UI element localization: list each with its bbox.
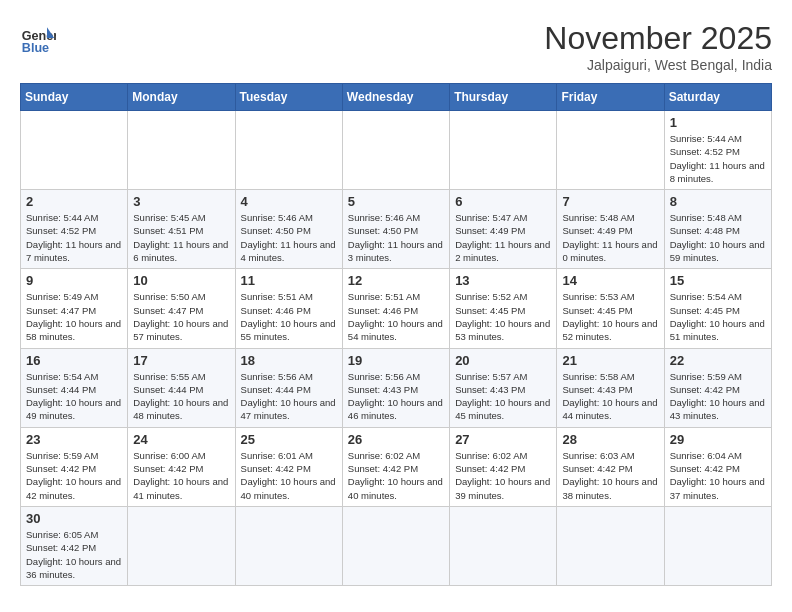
day-info: Sunrise: 5:46 AM Sunset: 4:50 PM Dayligh…	[348, 211, 444, 264]
day-number: 26	[348, 432, 444, 447]
calendar-cell: 29Sunrise: 6:04 AM Sunset: 4:42 PM Dayli…	[664, 427, 771, 506]
col-header-monday: Monday	[128, 84, 235, 111]
calendar-cell	[235, 506, 342, 585]
calendar-cell: 9Sunrise: 5:49 AM Sunset: 4:47 PM Daylig…	[21, 269, 128, 348]
calendar-cell	[21, 111, 128, 190]
calendar-cell	[450, 506, 557, 585]
calendar-cell: 11Sunrise: 5:51 AM Sunset: 4:46 PM Dayli…	[235, 269, 342, 348]
col-header-wednesday: Wednesday	[342, 84, 449, 111]
day-info: Sunrise: 5:55 AM Sunset: 4:44 PM Dayligh…	[133, 370, 229, 423]
day-info: Sunrise: 5:49 AM Sunset: 4:47 PM Dayligh…	[26, 290, 122, 343]
calendar-cell: 27Sunrise: 6:02 AM Sunset: 4:42 PM Dayli…	[450, 427, 557, 506]
day-number: 19	[348, 353, 444, 368]
calendar-cell: 7Sunrise: 5:48 AM Sunset: 4:49 PM Daylig…	[557, 190, 664, 269]
calendar-cell: 3Sunrise: 5:45 AM Sunset: 4:51 PM Daylig…	[128, 190, 235, 269]
calendar-cell: 19Sunrise: 5:56 AM Sunset: 4:43 PM Dayli…	[342, 348, 449, 427]
day-number: 9	[26, 273, 122, 288]
calendar-cell: 13Sunrise: 5:52 AM Sunset: 4:45 PM Dayli…	[450, 269, 557, 348]
day-info: Sunrise: 6:00 AM Sunset: 4:42 PM Dayligh…	[133, 449, 229, 502]
col-header-thursday: Thursday	[450, 84, 557, 111]
calendar-cell	[342, 111, 449, 190]
calendar-cell: 20Sunrise: 5:57 AM Sunset: 4:43 PM Dayli…	[450, 348, 557, 427]
calendar-cell: 18Sunrise: 5:56 AM Sunset: 4:44 PM Dayli…	[235, 348, 342, 427]
day-info: Sunrise: 5:44 AM Sunset: 4:52 PM Dayligh…	[670, 132, 766, 185]
calendar-cell: 25Sunrise: 6:01 AM Sunset: 4:42 PM Dayli…	[235, 427, 342, 506]
day-number: 24	[133, 432, 229, 447]
calendar-week-row: 30Sunrise: 6:05 AM Sunset: 4:42 PM Dayli…	[21, 506, 772, 585]
day-number: 23	[26, 432, 122, 447]
calendar-cell	[450, 111, 557, 190]
day-info: Sunrise: 5:50 AM Sunset: 4:47 PM Dayligh…	[133, 290, 229, 343]
logo-icon: General Blue	[20, 20, 56, 56]
day-info: Sunrise: 6:05 AM Sunset: 4:42 PM Dayligh…	[26, 528, 122, 581]
day-info: Sunrise: 5:54 AM Sunset: 4:44 PM Dayligh…	[26, 370, 122, 423]
day-info: Sunrise: 6:02 AM Sunset: 4:42 PM Dayligh…	[348, 449, 444, 502]
day-number: 29	[670, 432, 766, 447]
day-number: 16	[26, 353, 122, 368]
col-header-saturday: Saturday	[664, 84, 771, 111]
calendar-cell: 22Sunrise: 5:59 AM Sunset: 4:42 PM Dayli…	[664, 348, 771, 427]
day-info: Sunrise: 6:01 AM Sunset: 4:42 PM Dayligh…	[241, 449, 337, 502]
col-header-sunday: Sunday	[21, 84, 128, 111]
day-info: Sunrise: 5:56 AM Sunset: 4:44 PM Dayligh…	[241, 370, 337, 423]
day-number: 7	[562, 194, 658, 209]
day-info: Sunrise: 5:44 AM Sunset: 4:52 PM Dayligh…	[26, 211, 122, 264]
calendar-cell: 28Sunrise: 6:03 AM Sunset: 4:42 PM Dayli…	[557, 427, 664, 506]
calendar-cell: 8Sunrise: 5:48 AM Sunset: 4:48 PM Daylig…	[664, 190, 771, 269]
calendar-cell: 6Sunrise: 5:47 AM Sunset: 4:49 PM Daylig…	[450, 190, 557, 269]
calendar-cell	[557, 111, 664, 190]
title-block: November 2025 Jalpaiguri, West Bengal, I…	[544, 20, 772, 73]
day-info: Sunrise: 5:46 AM Sunset: 4:50 PM Dayligh…	[241, 211, 337, 264]
calendar-cell	[235, 111, 342, 190]
day-number: 13	[455, 273, 551, 288]
calendar-cell: 24Sunrise: 6:00 AM Sunset: 4:42 PM Dayli…	[128, 427, 235, 506]
day-info: Sunrise: 5:56 AM Sunset: 4:43 PM Dayligh…	[348, 370, 444, 423]
calendar-cell	[664, 506, 771, 585]
day-number: 8	[670, 194, 766, 209]
day-number: 22	[670, 353, 766, 368]
calendar-cell: 21Sunrise: 5:58 AM Sunset: 4:43 PM Dayli…	[557, 348, 664, 427]
day-number: 14	[562, 273, 658, 288]
day-number: 5	[348, 194, 444, 209]
day-info: Sunrise: 5:45 AM Sunset: 4:51 PM Dayligh…	[133, 211, 229, 264]
calendar-cell: 4Sunrise: 5:46 AM Sunset: 4:50 PM Daylig…	[235, 190, 342, 269]
calendar-cell: 30Sunrise: 6:05 AM Sunset: 4:42 PM Dayli…	[21, 506, 128, 585]
day-number: 17	[133, 353, 229, 368]
day-info: Sunrise: 5:54 AM Sunset: 4:45 PM Dayligh…	[670, 290, 766, 343]
calendar-week-row: 16Sunrise: 5:54 AM Sunset: 4:44 PM Dayli…	[21, 348, 772, 427]
day-number: 21	[562, 353, 658, 368]
calendar-cell: 1Sunrise: 5:44 AM Sunset: 4:52 PM Daylig…	[664, 111, 771, 190]
day-number: 4	[241, 194, 337, 209]
day-number: 10	[133, 273, 229, 288]
day-info: Sunrise: 5:48 AM Sunset: 4:49 PM Dayligh…	[562, 211, 658, 264]
day-number: 12	[348, 273, 444, 288]
calendar-cell: 26Sunrise: 6:02 AM Sunset: 4:42 PM Dayli…	[342, 427, 449, 506]
day-number: 30	[26, 511, 122, 526]
day-info: Sunrise: 5:51 AM Sunset: 4:46 PM Dayligh…	[348, 290, 444, 343]
col-header-tuesday: Tuesday	[235, 84, 342, 111]
logo: General Blue	[20, 20, 56, 56]
day-number: 11	[241, 273, 337, 288]
day-number: 2	[26, 194, 122, 209]
calendar-cell: 12Sunrise: 5:51 AM Sunset: 4:46 PM Dayli…	[342, 269, 449, 348]
day-info: Sunrise: 6:02 AM Sunset: 4:42 PM Dayligh…	[455, 449, 551, 502]
calendar-week-row: 1Sunrise: 5:44 AM Sunset: 4:52 PM Daylig…	[21, 111, 772, 190]
calendar-cell	[557, 506, 664, 585]
day-number: 18	[241, 353, 337, 368]
day-info: Sunrise: 5:53 AM Sunset: 4:45 PM Dayligh…	[562, 290, 658, 343]
calendar-week-row: 9Sunrise: 5:49 AM Sunset: 4:47 PM Daylig…	[21, 269, 772, 348]
calendar-cell: 10Sunrise: 5:50 AM Sunset: 4:47 PM Dayli…	[128, 269, 235, 348]
calendar-week-row: 23Sunrise: 5:59 AM Sunset: 4:42 PM Dayli…	[21, 427, 772, 506]
day-info: Sunrise: 5:58 AM Sunset: 4:43 PM Dayligh…	[562, 370, 658, 423]
day-number: 1	[670, 115, 766, 130]
calendar-cell: 16Sunrise: 5:54 AM Sunset: 4:44 PM Dayli…	[21, 348, 128, 427]
day-number: 6	[455, 194, 551, 209]
day-number: 3	[133, 194, 229, 209]
calendar-header-row: SundayMondayTuesdayWednesdayThursdayFrid…	[21, 84, 772, 111]
day-info: Sunrise: 5:57 AM Sunset: 4:43 PM Dayligh…	[455, 370, 551, 423]
day-info: Sunrise: 5:47 AM Sunset: 4:49 PM Dayligh…	[455, 211, 551, 264]
calendar-cell	[128, 111, 235, 190]
col-header-friday: Friday	[557, 84, 664, 111]
location: Jalpaiguri, West Bengal, India	[544, 57, 772, 73]
calendar-cell: 15Sunrise: 5:54 AM Sunset: 4:45 PM Dayli…	[664, 269, 771, 348]
